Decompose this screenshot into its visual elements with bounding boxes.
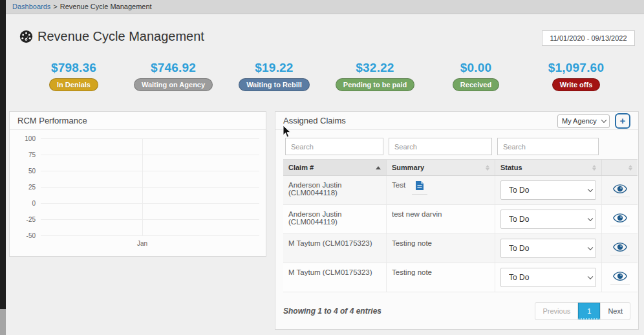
view-claim-button[interactable] [610,242,630,255]
sort-icon [592,165,596,171]
search-input-claim[interactable] [285,138,383,155]
gridline [41,155,259,155]
eye-icon [613,213,627,222]
kpi-value: $746.92 [122,61,225,75]
actions-cell [602,176,638,204]
view-claim-button[interactable] [610,213,630,226]
y-axis-tick: -50 [10,232,36,239]
status-badge: Received [453,78,499,91]
status-badge: Write offs [552,78,601,91]
status-select[interactable]: To Do [500,268,596,287]
claims-table: Claim # Summary Status Anderson Justin (… [283,138,638,292]
rcm-performance-header: RCM Performance [10,112,266,130]
claim-cell: Anderson Justin (CLM0044119) [283,205,387,233]
actions-cell [602,234,638,263]
page-title-text: Revenue Cycle Management [38,29,204,44]
date-range-picker[interactable]: 11/01/2020 - 09/13/2022 [542,30,635,46]
rcm-performance-panel: RCM Performance 100 75 50 25 0 -25 -50 J… [9,111,266,257]
kpi-value: $0.00 [424,61,528,75]
claims-header-controls: My Agency + [557,112,630,129]
y-axis-tick: 25 [10,184,36,191]
sort-icon [486,165,489,171]
table-header-row: Claim # Summary Status [283,159,638,176]
column-header-summary[interactable]: Summary [387,160,495,175]
pagination-previous-button[interactable]: Previous [535,303,578,319]
gridline [41,138,259,139]
status-badge: Waiting to Rebill [239,78,310,91]
status-badge: Waiting on Agency [134,78,213,91]
claim-cell: M Taytum (CLM0175323) [283,263,387,292]
gridline [142,138,143,235]
gridline [41,171,259,171]
kpi-waiting-to-rebill: $19.22 Waiting to Rebill [222,61,326,91]
eye-icon [613,243,627,252]
gridline [41,187,259,188]
y-axis-tick: 0 [10,200,36,207]
y-axis-tick: -25 [10,216,36,223]
assigned-claims-title: Assigned Claims [283,112,346,129]
pagination-next-button[interactable]: Next [600,303,630,319]
table-row: Anderson Justin (CLM0044119) test new da… [283,205,638,234]
kpi-in-denials: $798.36 In Denials [22,61,125,91]
gridline [41,235,259,236]
collapsed-sidebar-edge-bottom [0,309,6,335]
claim-cell: Anderson Justin (CLM0044118) [283,176,387,204]
eye-icon [613,272,627,281]
summary-cell: test new darvin [387,205,495,233]
assigned-claims-header: Assigned Claims My Agency + [275,112,638,130]
summary-cell: Testing note [387,234,495,263]
document-note-link[interactable] [412,181,427,195]
status-cell: To Do [495,205,602,233]
sort-icon [628,165,632,171]
rcm-performance-title: RCM Performance [17,112,87,129]
column-header-actions[interactable] [602,160,638,175]
entries-summary: Showing 1 to 4 of 4 entries [283,307,381,316]
kpi-value: $19.22 [222,61,326,75]
claim-cell: M Taytum (CLM0175323) [283,234,387,263]
status-select[interactable]: To Do [500,239,596,258]
sort-ascending-icon [376,166,381,169]
agency-select-wrap: My Agency [557,112,610,129]
kpi-pending-to-be-paid: $32.22 Pending to be paid [323,61,427,91]
y-axis-tick: 50 [10,168,36,175]
status-cell: To Do [495,234,602,263]
breadcrumb-link-dashboards[interactable]: Dashboards [12,3,50,10]
view-claim-button[interactable] [610,184,630,197]
agency-select[interactable]: My Agency [557,114,610,128]
table-search-row [283,138,638,155]
dashboard-gauge-icon [19,30,33,43]
summary-cell: Testing note [387,263,495,292]
pagination: Previous 1 Next [535,302,630,320]
revenue-cycle-dashboard: Dashboards>Revenue Cycle Management Reve… [0,0,644,335]
table-footer: Showing 1 to 4 of 4 entries Previous 1 N… [275,302,639,320]
status-select[interactable]: To Do [500,180,596,200]
y-axis-tick: 100 [10,135,36,142]
page-title: Revenue Cycle Management [19,29,204,44]
gridline [41,219,259,220]
actions-cell [602,205,638,233]
view-claim-button[interactable] [610,271,630,285]
table-row: M Taytum (CLM0175323) Testing note To Do [283,263,638,292]
pagination-page-1-button[interactable]: 1 [578,303,600,319]
status-cell: To Do [495,263,602,292]
status-badge: Pending to be paid [336,78,414,91]
status-select[interactable]: To Do [500,210,596,229]
kpi-write-offs: $1,097.60 Write offs [524,61,628,91]
column-header-status[interactable]: Status [495,160,602,175]
assigned-claims-panel: Assigned Claims My Agency + Claim # Summ [275,111,639,330]
search-input-status[interactable] [497,138,599,155]
table-row: Anderson Justin (CLM0044118) Test To Do [283,176,638,205]
collapsed-sidebar-edge [0,0,6,309]
column-header-claim[interactable]: Claim # [283,160,387,175]
gridline [41,203,259,204]
status-cell: To Do [495,176,602,204]
x-axis-tick-jan: Jan [137,240,147,247]
add-claim-button[interactable]: + [615,113,630,129]
actions-cell [602,263,638,292]
search-input-summary[interactable] [389,138,492,155]
breadcrumb: Dashboards>Revenue Cycle Management [6,0,644,14]
summary-cell: Test [387,176,495,204]
eye-icon [613,184,627,193]
kpi-value: $798.36 [22,61,125,75]
status-badge: In Denials [49,78,98,91]
